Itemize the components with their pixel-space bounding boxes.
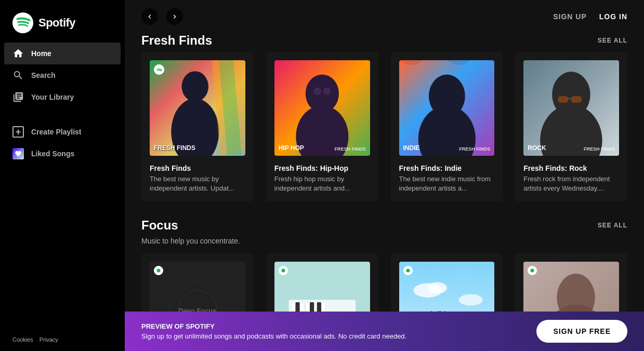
card-fresh-finds-rock[interactable]: ROCK FRESH FINDS Fresh Finds: Rock Fresh… [515,52,627,201]
card-image-rock: ROCK FRESH FINDS [523,60,619,156]
fresh-finds-main-desc: The best new music by independent artist… [150,174,245,193]
library-icon [12,91,24,103]
card-jazz-background[interactable]: Jazz in the Background Jazz in the Backg… [515,253,627,312]
create-playlist-label: Create Playlist [31,128,82,136]
ff-main-spotify-badge [154,64,164,75]
card-image-jazz: Jazz in the Background [523,262,619,312]
indie-image: INDIE FRESH FINDS [399,60,495,156]
fresh-finds-header: Fresh Finds SEE ALL [141,33,627,48]
rock-title: Fresh Finds: Rock [523,164,619,172]
sidebar-item-library[interactable]: Your Library [4,86,121,108]
signup-button[interactable]: SIGN UP [553,12,587,21]
hiphop-title: Fresh Finds: Hip-Hop [274,164,370,172]
focus-see-all[interactable]: SEE ALL [598,222,627,229]
preview-banner: PREVIEW OF SPOTIFY Sign up to get unlimi… [125,312,644,351]
svg-rect-22 [150,262,245,312]
preview-title: PREVIEW OF SPOTIFY [141,322,406,330]
indie-desc: The best new indie music from independen… [399,174,495,193]
indie-genre-label: INDIE [403,144,420,152]
lofi-badge [403,266,413,275]
svg-rect-20 [571,96,582,103]
auth-buttons: SIGN UP LOG IN [553,12,627,21]
card-deep-focus[interactable]: Deep Focus Deep Focus [141,253,254,312]
svg-point-7 [154,64,164,75]
fresh-finds-see-all[interactable]: SEE ALL [598,37,627,44]
signup-free-button[interactable]: SIGN UP FREE [536,320,627,343]
topbar: SIGN UP LOG IN [125,0,644,33]
lofi-beats-image: lofi beats [399,262,495,312]
deep-focus-badge [154,266,163,275]
hiphop-image: HIP HOP FRESH FINDS [274,60,370,156]
jazz-badge [528,266,537,275]
cookies-link[interactable]: Cookies [12,336,33,343]
sidebar-search-label: Search [31,71,56,79]
card-fresh-finds-indie[interactable]: INDIE FRESH FINDS Fresh Finds: Indie The… [391,52,503,201]
card-fresh-finds-main[interactable]: FRESH FINDS Fresh Finds The best new mus [141,52,254,201]
svg-rect-19 [558,96,568,103]
login-button[interactable]: LOG IN [599,12,627,21]
nav-arrows [141,8,183,25]
sidebar-item-home[interactable]: Home [4,43,121,64]
jazz-image: Jazz in the Background [523,262,619,312]
card-image-hiphop: HIP HOP FRESH FINDS [274,60,370,156]
svg-text:Deep Focus: Deep Focus [178,307,216,312]
sidebar: Spotify Home Search Your Library [0,0,125,351]
indie-title: Fresh Finds: Indie [399,164,495,172]
focus-section: Focus SEE ALL Music to help you concentr… [141,218,627,312]
deep-focus-image: Deep Focus [150,262,245,312]
hiphop-genre-label: HIP HOP [279,144,304,152]
forward-button[interactable] [166,8,183,25]
create-playlist-icon: + [12,126,24,138]
svg-point-0 [12,12,33,33]
svg-rect-35 [295,302,299,312]
search-icon [12,70,24,81]
sidebar-item-search[interactable]: Search [4,64,121,86]
card-peaceful-piano[interactable]: Peaceful Piano [266,253,378,312]
focus-title: Focus [141,218,178,233]
fresh-finds-main-image: FRESH FINDS [150,60,245,156]
svg-rect-37 [317,302,321,312]
privacy-link[interactable]: Privacy [40,336,58,343]
content-area: Fresh Finds SEE ALL [125,33,644,312]
svg-rect-40 [399,262,495,312]
svg-point-3 [182,71,208,102]
svg-point-42 [428,282,447,294]
card-lofi-beats[interactable]: lofi beats lofi beats [391,253,503,312]
fresh-finds-main-title: Fresh Finds [150,164,245,172]
liked-songs-label: Liked Songs [31,150,74,158]
svg-rect-36 [310,302,314,312]
rock-genre-label: ROCK [528,144,546,152]
svg-point-12 [323,87,331,95]
focus-grid: Deep Focus Deep Focus [141,253,627,312]
logo-area[interactable]: Spotify [0,0,125,43]
liked-songs-icon [12,148,24,159]
main-content: SIGN UP LOG IN Fresh Finds SEE ALL [125,0,644,351]
sidebar-home-label: Home [31,49,51,58]
peaceful-piano-image [274,262,370,312]
indie-sub-label: FRESH FINDS [459,146,490,152]
sidebar-footer: Cookies Privacy [0,328,125,351]
focus-header: Focus SEE ALL [141,218,627,233]
sidebar-actions: + Create Playlist Liked Songs [0,117,125,169]
hiphop-desc: Fresh hip hop music by independent artis… [274,174,370,193]
spotify-logo-icon [12,12,33,33]
svg-point-54 [531,269,534,273]
card-image-indie: INDIE FRESH FINDS [399,60,495,156]
fresh-finds-grid: FRESH FINDS Fresh Finds The best new mus [141,52,627,201]
back-button[interactable] [141,8,158,25]
svg-point-39 [281,269,285,273]
rock-image: ROCK FRESH FINDS [523,60,619,156]
rock-sub-label: FRESH FINDS [584,146,615,152]
spotify-logo-text: Spotify [38,16,75,30]
hiphop-sub-label: FRESH FINDS [334,146,365,152]
svg-point-11 [313,87,321,95]
card-image-lofi: lofi beats [399,262,495,312]
liked-songs-button[interactable]: Liked Songs [4,143,121,165]
ff-main-genre-label: FRESH FINDS [154,144,195,152]
preview-subtitle: Sign up to get unlimited songs and podca… [141,332,406,340]
svg-point-43 [458,294,482,306]
create-playlist-button[interactable]: + Create Playlist [4,121,121,143]
card-fresh-finds-hiphop[interactable]: HIP HOP FRESH FINDS Fresh Finds: Hip-Hop… [266,52,378,201]
card-image-deep-focus: Deep Focus [150,262,245,312]
sidebar-divider [12,112,112,113]
